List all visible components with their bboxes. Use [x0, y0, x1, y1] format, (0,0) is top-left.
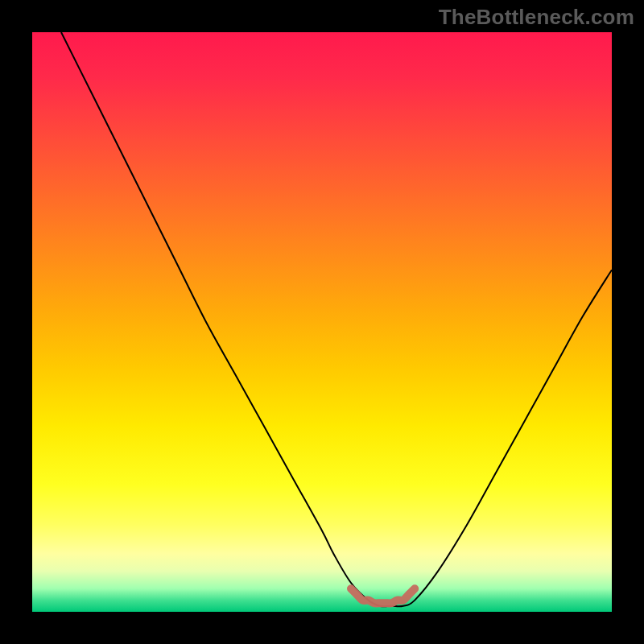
bottleneck-curve-path	[61, 32, 612, 606]
watermark-text: TheBottleneck.com	[439, 5, 634, 30]
chart-container: TheBottleneck.com	[0, 0, 644, 644]
tolerance-band-path	[351, 588, 415, 603]
chart-svg	[32, 32, 612, 612]
series-group	[61, 32, 612, 606]
plot-area	[32, 32, 612, 612]
